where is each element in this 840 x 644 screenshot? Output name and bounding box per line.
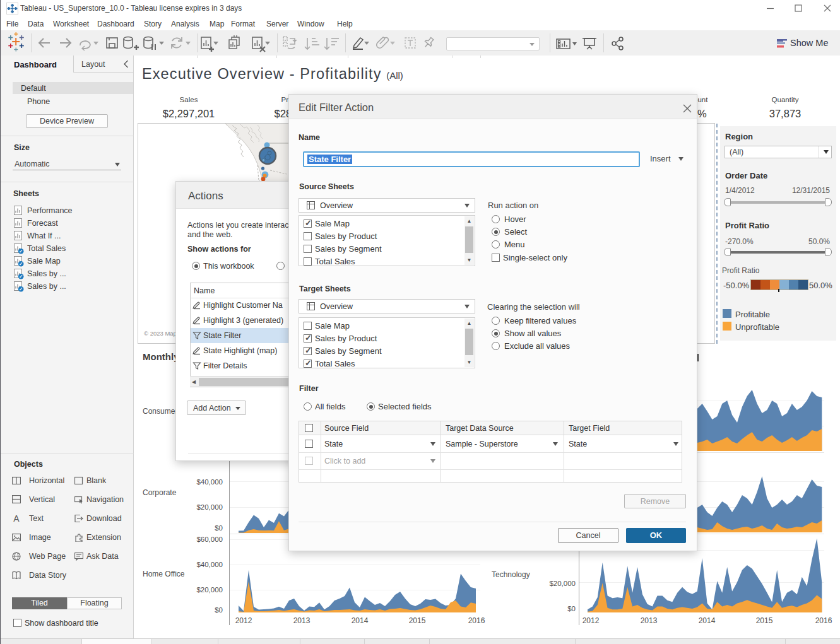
- svg-text:✓: ✓: [19, 286, 23, 292]
- svg-text:✓: ✓: [19, 249, 23, 254]
- svg-text:✓: ✓: [19, 261, 23, 267]
- svg-text:✓: ✓: [19, 274, 23, 279]
- svg-text:A: A: [13, 514, 20, 523]
